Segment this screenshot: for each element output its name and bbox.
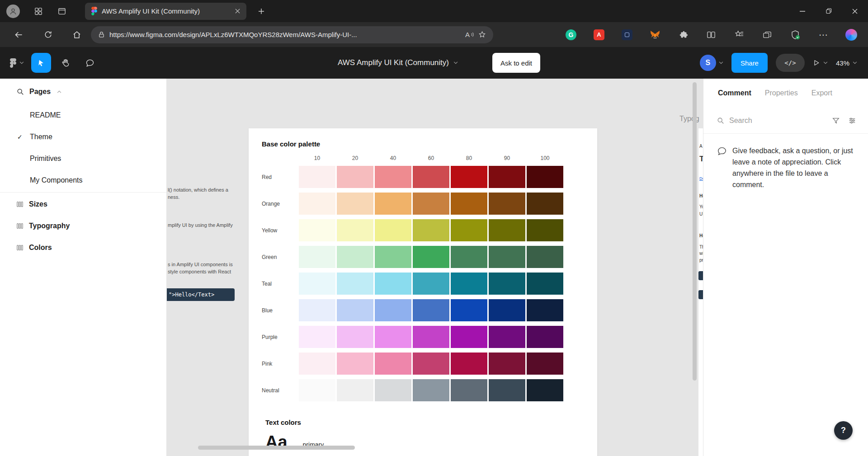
color-swatch[interactable] — [375, 246, 411, 268]
favorites-icon[interactable] — [733, 29, 745, 41]
color-swatch[interactable] — [489, 299, 525, 321]
window-close-button[interactable] — [842, 0, 868, 22]
window-minimize-button[interactable] — [789, 0, 816, 22]
page-item-primitives[interactable]: Primitives — [0, 148, 166, 169]
color-swatch[interactable] — [527, 273, 563, 295]
comment-tool-button[interactable] — [80, 53, 100, 73]
color-swatch[interactable] — [375, 353, 411, 375]
color-swatch[interactable] — [337, 166, 373, 188]
color-swatch[interactable] — [299, 326, 335, 348]
extensions-puzzle-icon[interactable] — [677, 29, 689, 41]
workspaces-icon[interactable] — [33, 6, 43, 16]
color-swatch[interactable] — [299, 246, 335, 268]
color-swatch[interactable] — [413, 193, 449, 215]
filter-icon[interactable] — [832, 117, 840, 125]
layer-item-typography[interactable]: Typography — [0, 215, 166, 237]
settings-menu-icon[interactable]: ⋯ — [817, 29, 829, 41]
color-swatch[interactable] — [375, 273, 411, 295]
color-swatch[interactable] — [375, 326, 411, 348]
color-swatch[interactable] — [299, 299, 335, 321]
color-swatch[interactable] — [299, 219, 335, 241]
color-swatch[interactable] — [299, 166, 335, 188]
browser-essentials-icon[interactable] — [789, 29, 801, 41]
ask-to-edit-button[interactable]: Ask to edit — [492, 53, 540, 73]
acrobat-extension-icon[interactable]: A — [593, 29, 605, 41]
color-swatch[interactable] — [489, 273, 525, 295]
refresh-button[interactable] — [39, 26, 57, 43]
color-swatch[interactable] — [451, 379, 487, 401]
share-button[interactable]: Share — [731, 53, 768, 73]
color-swatch[interactable] — [527, 166, 563, 188]
color-swatch[interactable] — [489, 379, 525, 401]
color-swatch[interactable] — [337, 246, 373, 268]
new-tab-button[interactable] — [255, 5, 268, 18]
color-swatch[interactable] — [527, 246, 563, 268]
help-button[interactable]: ? — [834, 421, 853, 440]
color-swatch[interactable] — [375, 193, 411, 215]
tab-actions-icon[interactable] — [57, 6, 67, 16]
color-swatch[interactable] — [489, 246, 525, 268]
theme-colors-frame[interactable]: Base color palette 102040608090100RedOra… — [249, 128, 597, 456]
color-swatch[interactable] — [413, 219, 449, 241]
collections-icon[interactable] — [761, 29, 773, 41]
address-bar[interactable]: https://www.figma.com/design/APLxLz6WTXM… — [91, 26, 493, 43]
browser-tab[interactable]: AWS Amplify UI Kit (Community) — [85, 3, 246, 20]
color-swatch[interactable] — [413, 166, 449, 188]
layer-item-sizes[interactable]: Sizes — [0, 193, 166, 215]
tab-export[interactable]: Export — [811, 89, 832, 97]
color-swatch[interactable] — [375, 379, 411, 401]
color-swatch[interactable] — [413, 379, 449, 401]
color-swatch[interactable] — [299, 193, 335, 215]
color-swatch[interactable] — [527, 379, 563, 401]
account-menu[interactable]: S — [700, 55, 723, 71]
color-swatch[interactable] — [337, 273, 373, 295]
url-text[interactable]: https://www.figma.com/design/APLxLz6WTXM… — [109, 31, 461, 38]
color-swatch[interactable] — [337, 193, 373, 215]
chevron-down-icon[interactable] — [719, 61, 723, 64]
page-item-readme[interactable]: README — [0, 104, 166, 126]
back-button[interactable] — [10, 26, 28, 43]
color-swatch[interactable] — [413, 246, 449, 268]
color-swatch[interactable] — [451, 219, 487, 241]
search-input[interactable] — [729, 117, 827, 125]
grammarly-extension-icon[interactable]: G — [565, 29, 577, 41]
tab-close-icon[interactable] — [232, 6, 243, 17]
tab-properties[interactable]: Properties — [765, 89, 798, 97]
color-swatch[interactable] — [489, 326, 525, 348]
color-swatch[interactable] — [489, 166, 525, 188]
split-screen-icon[interactable] — [705, 29, 717, 41]
lock-icon[interactable] — [98, 31, 105, 38]
metamask-extension-icon[interactable] — [649, 29, 661, 41]
color-swatch[interactable] — [337, 379, 373, 401]
color-swatch[interactable] — [375, 299, 411, 321]
color-swatch[interactable] — [375, 219, 411, 241]
browser-profile-avatar[interactable] — [6, 5, 20, 18]
color-swatch[interactable] — [413, 353, 449, 375]
password-extension-icon[interactable] — [621, 29, 633, 41]
home-button[interactable] — [68, 26, 85, 43]
read-aloud-icon[interactable]: A — [465, 31, 474, 38]
color-swatch[interactable] — [451, 299, 487, 321]
chevron-down-icon[interactable] — [823, 61, 828, 64]
canvas-horizontal-scrollbar[interactable] — [198, 446, 355, 450]
color-swatch[interactable] — [451, 246, 487, 268]
color-swatch[interactable] — [527, 193, 563, 215]
file-title[interactable]: AWS Amplify UI Kit (Community) — [338, 58, 458, 67]
color-swatch[interactable] — [413, 299, 449, 321]
search-icon[interactable] — [17, 88, 24, 95]
page-item-theme[interactable]: ✓ Theme — [0, 126, 166, 148]
zoom-menu[interactable]: 43% — [836, 59, 857, 67]
color-swatch[interactable] — [375, 166, 411, 188]
layer-item-colors[interactable]: Colors — [0, 237, 166, 259]
color-swatch[interactable] — [489, 353, 525, 375]
color-swatch[interactable] — [299, 379, 335, 401]
color-swatch[interactable] — [527, 299, 563, 321]
color-swatch[interactable] — [451, 353, 487, 375]
color-swatch[interactable] — [489, 193, 525, 215]
copilot-icon[interactable] — [845, 29, 857, 41]
color-swatch[interactable] — [337, 353, 373, 375]
chevron-down-icon[interactable] — [853, 61, 857, 64]
move-tool-button[interactable] — [31, 53, 51, 73]
page-item-my-components[interactable]: My Components — [0, 169, 166, 191]
color-swatch[interactable] — [527, 353, 563, 375]
